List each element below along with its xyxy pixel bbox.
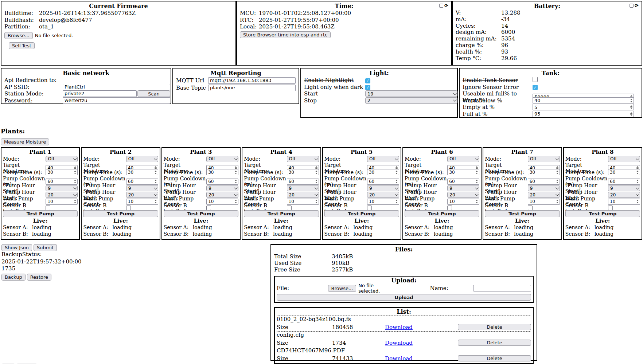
- light-only-dark-checkbox[interactable]: [365, 85, 370, 90]
- warn-pump-count-input[interactable]: 10: [46, 199, 78, 205]
- pump-cooldown-input[interactable]: 60: [287, 179, 319, 185]
- test-pump-button[interactable]: Test Pump: [3, 210, 78, 217]
- spinner-arrows-icon[interactable]: [235, 200, 237, 203]
- spinner-arrows-icon[interactable]: [636, 200, 639, 203]
- measure-moisture-button[interactable]: Measure Moisture: [1, 138, 49, 145]
- pump-hour-start-select[interactable]: 9: [206, 185, 238, 191]
- spinner-arrows-icon[interactable]: [235, 180, 237, 183]
- upload-browse-button[interactable]: Browse...: [328, 285, 356, 292]
- scan-button[interactable]: Scan: [137, 90, 170, 97]
- spinner-arrows-icon[interactable]: [74, 200, 76, 203]
- spinner-arrows-icon[interactable]: [476, 171, 478, 174]
- pump-cooldown-input[interactable]: 60: [608, 179, 640, 185]
- spinner-arrows-icon[interactable]: [315, 200, 317, 203]
- warn-below-input[interactable]: 40: [533, 97, 634, 104]
- ap-ssid-input[interactable]: PlantCtrl: [63, 84, 170, 90]
- base-topic-input[interactable]: plants/one: [208, 85, 296, 91]
- battery-autorefresh-checkbox[interactable]: [630, 4, 634, 8]
- download-link[interactable]: Download: [385, 355, 413, 362]
- spinner-arrows-icon[interactable]: [476, 180, 478, 183]
- spinner-arrows-icon[interactable]: [315, 180, 317, 183]
- spinner-arrows-icon[interactable]: [476, 200, 478, 203]
- empty-at-input[interactable]: 5: [533, 104, 634, 110]
- spinner-arrows-icon[interactable]: [74, 171, 76, 174]
- download-link[interactable]: Download: [385, 324, 413, 330]
- ignore-sensor-error-checkbox[interactable]: [533, 85, 538, 90]
- self-test-button[interactable]: Self-Test: [9, 42, 35, 49]
- pump-cooldown-input[interactable]: 60: [528, 179, 560, 185]
- pump-hour-start-select[interactable]: 9: [287, 185, 319, 191]
- test-pump-button[interactable]: Test Pump: [83, 210, 158, 217]
- pump-hour-end-select[interactable]: 20: [46, 192, 78, 198]
- pump-time-input[interactable]: 30: [126, 169, 158, 175]
- delete-button[interactable]: Delete: [458, 355, 531, 361]
- mode-select[interactable]: Off: [447, 156, 479, 162]
- spinner-arrows-icon[interactable]: [556, 180, 558, 183]
- sensor-b-installed-checkbox[interactable]: [367, 206, 372, 210]
- spinner-arrows-icon[interactable]: [395, 180, 398, 183]
- pump-hour-end-select[interactable]: 20: [528, 192, 560, 198]
- spinner-arrows-icon[interactable]: [636, 171, 639, 174]
- time-autorefresh-checkbox[interactable]: [439, 4, 443, 8]
- sensor-b-installed-checkbox[interactable]: [206, 206, 211, 210]
- test-pump-button[interactable]: Test Pump: [405, 210, 479, 217]
- backup-button[interactable]: Backup: [1, 274, 26, 281]
- warn-pump-count-input[interactable]: 10: [367, 199, 399, 205]
- light-stop-select[interactable]: 2: [365, 97, 457, 104]
- pump-time-input[interactable]: 30: [367, 169, 399, 175]
- spinner-arrows-icon[interactable]: [630, 99, 632, 102]
- pump-hour-start-select[interactable]: 9: [608, 185, 640, 191]
- spinner-arrows-icon[interactable]: [636, 180, 639, 183]
- test-pump-button[interactable]: Test Pump: [565, 210, 640, 217]
- spinner-arrows-icon[interactable]: [395, 200, 398, 203]
- store-browser-time-button[interactable]: Store Browser time into esp and rtc: [240, 31, 331, 38]
- mode-select[interactable]: Off: [206, 156, 238, 162]
- pump-cooldown-input[interactable]: 60: [447, 179, 479, 185]
- mode-select[interactable]: Off: [367, 156, 399, 162]
- mode-select[interactable]: Off: [608, 156, 640, 162]
- pump-hour-start-select[interactable]: 9: [46, 185, 78, 191]
- sensor-b-installed-checkbox[interactable]: [126, 206, 131, 210]
- light-start-select[interactable]: 19: [365, 90, 457, 97]
- show-json-button[interactable]: Show Json: [1, 244, 32, 251]
- spinner-arrows-icon[interactable]: [315, 171, 317, 174]
- spinner-arrows-icon[interactable]: [395, 171, 398, 174]
- spinner-arrows-icon[interactable]: [630, 105, 632, 109]
- upload-name-input[interactable]: [473, 285, 531, 291]
- password-input[interactable]: wertertzu: [63, 97, 170, 104]
- spinner-arrows-icon[interactable]: [235, 171, 237, 174]
- enable-tank-sensor-checkbox[interactable]: [533, 77, 538, 82]
- restore-button[interactable]: Restore: [27, 274, 51, 281]
- test-pump-button[interactable]: Test Pump: [324, 210, 399, 217]
- sensor-b-installed-checkbox[interactable]: [287, 206, 292, 210]
- sensor-b-installed-checkbox[interactable]: [46, 206, 50, 210]
- pump-cooldown-input[interactable]: 60: [206, 179, 238, 185]
- test-pump-button[interactable]: Test Pump: [244, 210, 319, 217]
- sensor-b-installed-checkbox[interactable]: [528, 206, 533, 210]
- pump-hour-end-select[interactable]: 20: [126, 192, 158, 198]
- mqtt-url-input[interactable]: mqtt://192.168.1.50:1883: [208, 77, 296, 84]
- spinner-arrows-icon[interactable]: [630, 112, 632, 116]
- warn-pump-count-input[interactable]: 10: [447, 199, 479, 205]
- pump-hour-start-select[interactable]: 9: [367, 185, 399, 191]
- mode-select[interactable]: Off: [528, 156, 560, 162]
- warn-pump-count-input[interactable]: 10: [287, 199, 319, 205]
- warn-pump-count-input[interactable]: 10: [126, 199, 158, 205]
- sensor-b-installed-checkbox[interactable]: [447, 206, 452, 210]
- submit-button[interactable]: Submit: [34, 244, 57, 251]
- sensor-b-installed-checkbox[interactable]: [608, 206, 613, 210]
- pump-hour-end-select[interactable]: 20: [287, 192, 319, 198]
- mode-select[interactable]: Off: [46, 156, 78, 162]
- pump-time-input[interactable]: 30: [447, 169, 479, 175]
- pump-time-input[interactable]: 30: [528, 169, 560, 175]
- pump-hour-start-select[interactable]: 9: [447, 185, 479, 191]
- spinner-arrows-icon[interactable]: [74, 180, 76, 183]
- mode-select[interactable]: Off: [126, 156, 158, 162]
- warn-pump-count-input[interactable]: 10: [528, 199, 560, 205]
- spinner-arrows-icon[interactable]: [155, 171, 157, 174]
- spinner-arrows-icon[interactable]: [155, 200, 157, 203]
- delete-button[interactable]: Delete: [458, 340, 531, 346]
- spinner-arrows-icon[interactable]: [556, 171, 558, 174]
- pump-time-input[interactable]: 30: [287, 169, 319, 175]
- pump-hour-start-select[interactable]: 9: [528, 185, 560, 191]
